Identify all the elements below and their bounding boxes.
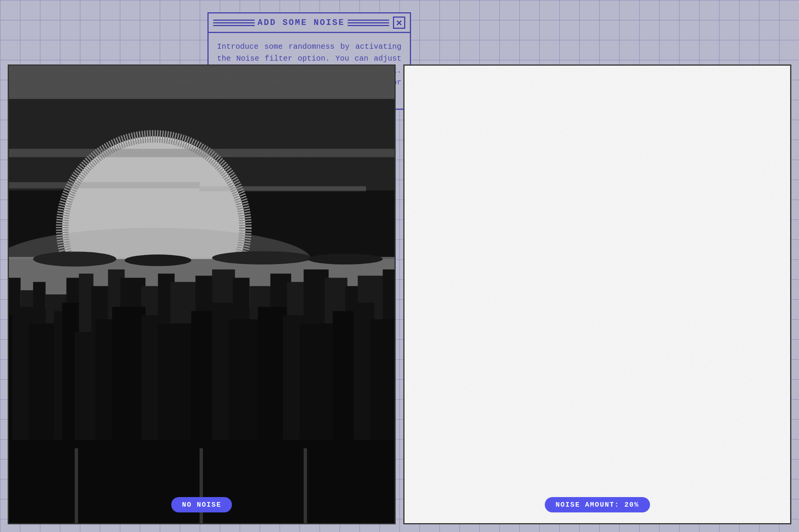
title-line-6 (348, 25, 389, 26)
title-line-5 (348, 22, 389, 23)
svg-point-23 (308, 254, 383, 264)
svg-rect-13 (9, 86, 395, 99)
dialog-titlebar: ADD SOME NOISE (209, 13, 410, 33)
svg-rect-160 (404, 66, 790, 523)
dialog-title-inner: ADD SOME NOISE (213, 18, 389, 28)
right-image-panel: NOISE AMOUNT: 20% (403, 64, 791, 524)
left-image-panel: NO NOISE (8, 64, 396, 524)
title-line-3 (213, 25, 255, 26)
svg-point-22 (212, 251, 312, 264)
dialog-title: ADD SOME NOISE (258, 18, 345, 28)
title-line-4 (348, 20, 389, 21)
svg-rect-71 (303, 448, 307, 523)
close-button[interactable] (393, 17, 405, 29)
images-container: NO NOISE (8, 64, 791, 524)
title-lines-left (213, 20, 255, 26)
right-panel-label: NOISE AMOUNT: 20% (545, 497, 650, 512)
left-cityscape-svg (9, 66, 395, 523)
title-line-1 (213, 20, 255, 21)
right-cityscape-svg (404, 66, 790, 523)
left-panel-label: NO NOISE (171, 497, 232, 512)
svg-rect-15 (9, 182, 200, 188)
title-line-2 (213, 22, 255, 23)
svg-point-20 (33, 251, 116, 266)
title-lines-right (348, 20, 389, 26)
svg-rect-14 (9, 149, 395, 157)
svg-rect-12 (9, 66, 395, 86)
svg-point-21 (125, 254, 191, 266)
svg-rect-16 (200, 186, 366, 191)
svg-rect-69 (75, 448, 78, 523)
